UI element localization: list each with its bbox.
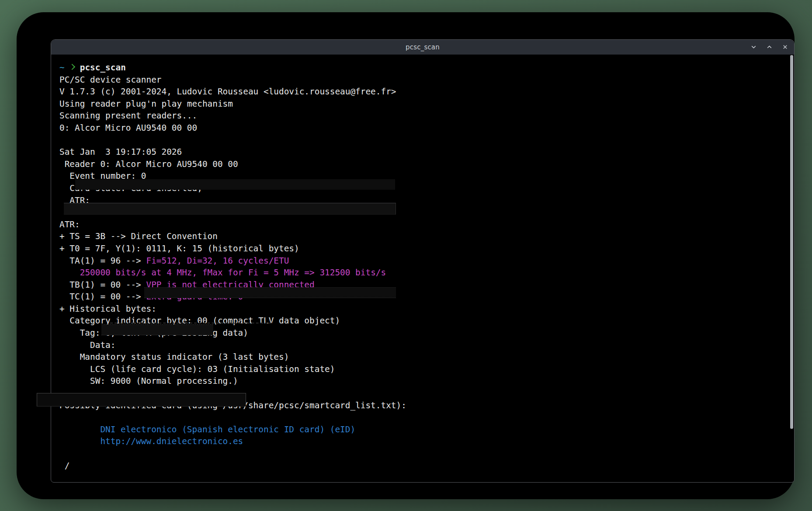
terminal-line: ATR: (59, 195, 794, 207)
titlebar[interactable]: pcsc_scan (51, 40, 794, 55)
terminal-line: LCS (life card cycle): 03 (Initialisatio… (59, 363, 794, 375)
terminal-line: 250000 bits/s at 4 MHz, fMax for Fi = 5 … (59, 267, 794, 279)
terminal-line: Card state: Card inserted, (59, 182, 794, 195)
terminal-line: Event number: 0 (59, 170, 794, 182)
prompt-chevron-icon (69, 63, 75, 71)
terminal-line: ~ pcsc_scan (59, 62, 794, 74)
terminal-line: Tag: 6, len: A (pre-issuing data) (59, 327, 794, 339)
terminal-line: Sat Jan 3 19:17:05 2026 (59, 146, 794, 158)
terminal-frame: pcsc_scan ~ pcsc_scanPC/SC device scanne… (51, 39, 795, 483)
terminal-window: pcsc_scan ~ pcsc_scanPC/SC device scanne… (17, 12, 795, 499)
terminal-line: TA(1) = 96 --> Fi=512, Di=32, 16 cycles/… (59, 255, 794, 267)
close-button[interactable] (780, 42, 790, 52)
terminal-line: SW: 9000 (Normal processing.) (59, 375, 794, 387)
chevron-up-button[interactable] (764, 42, 774, 52)
terminal-line: ATR: (59, 219, 794, 231)
terminal-line: http://www.dnielectronico.es (59, 435, 794, 448)
terminal-line: DNI electronico (Spanish electronic ID c… (59, 424, 794, 436)
terminal-line: TC(1) = 00 --> Extra guard time: 0 (59, 291, 794, 303)
terminal-line: Data: (59, 339, 794, 351)
chevron-down-icon (750, 44, 757, 50)
terminal-line: TB(1) = 00 --> VPP is not electrically c… (59, 279, 794, 291)
terminal-line: Reader 0: Alcor Micro AU9540 00 00 (59, 158, 794, 170)
terminal-line: V 1.7.3 (c) 2001-2024, Ludovic Rousseau … (59, 86, 794, 98)
scrollbar-thumb[interactable] (790, 55, 793, 429)
chevron-down-button[interactable] (749, 42, 758, 52)
terminal-line (59, 134, 794, 146)
terminal-line (59, 206, 794, 219)
terminal-line: + Historical bytes: (59, 303, 794, 315)
terminal-line (59, 448, 794, 460)
terminal-output[interactable]: ~ pcsc_scanPC/SC device scannerV 1.7.3 (… (51, 55, 794, 472)
window-controls (749, 40, 790, 54)
terminal-line: / (59, 460, 794, 472)
terminal-line: Scanning present readers... (59, 110, 794, 122)
terminal-line: Category indicator byte: 00 (compact TLV… (59, 315, 794, 327)
terminal-line: PC/SC device scanner (59, 74, 794, 86)
terminal-line (59, 387, 794, 400)
terminal-line (59, 411, 794, 424)
desktop: pcsc_scan ~ pcsc_scanPC/SC device scanne… (0, 0, 812, 511)
window-title: pcsc_scan (406, 43, 440, 51)
terminal-line: Using reader plug'n play mechanism (59, 98, 794, 110)
terminal-line: + T0 = 7F, Y(1): 0111, K: 15 (historical… (59, 243, 794, 255)
terminal-line: 0: Alcor Micro AU9540 00 00 (59, 122, 794, 134)
terminal-line: Possibly identified card (using /usr/sha… (59, 400, 794, 412)
chevron-up-icon (766, 44, 773, 50)
terminal-line: + TS = 3B --> Direct Convention (59, 230, 794, 243)
terminal-line: Mandatory status indicator (3 last bytes… (59, 351, 794, 363)
close-icon (782, 44, 788, 50)
